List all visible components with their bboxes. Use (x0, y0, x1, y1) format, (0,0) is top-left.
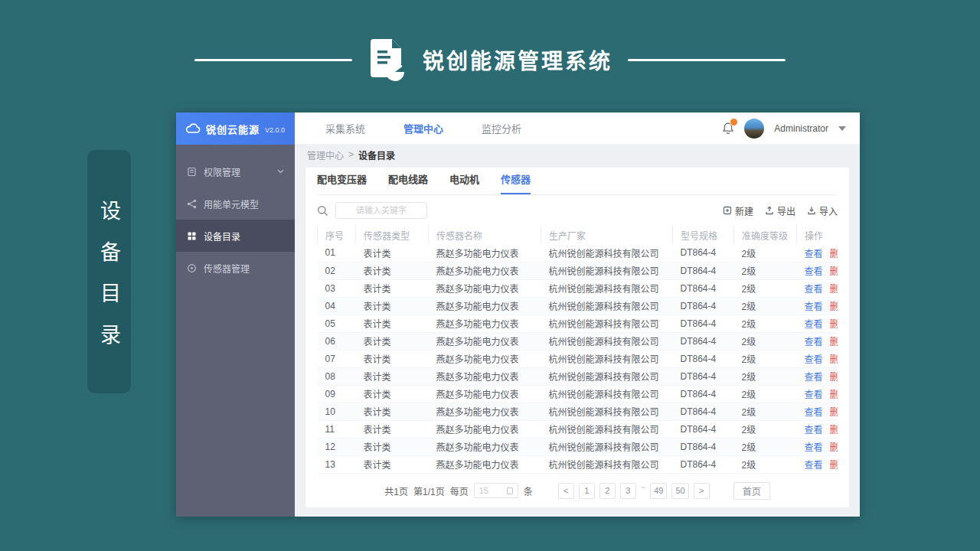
import-icon (807, 206, 816, 215)
tab-motor[interactable]: 电动机 (449, 171, 479, 194)
cell-actions: 查看删除 (797, 367, 838, 385)
view-link[interactable]: 查看 (805, 442, 823, 453)
sensor-target-icon (187, 263, 197, 273)
cell-model: DT864-4 (673, 332, 734, 350)
delete-link[interactable]: 删除 (830, 302, 838, 312)
app-header: 锐创能源管理系统 (0, 37, 980, 83)
sidebar-item-sensor-management[interactable]: 传感器管理 (176, 252, 295, 284)
cell-manufacturer: 杭州锐创能源科技有限公司 (541, 403, 673, 420)
export-button-label: 导出 (777, 204, 795, 217)
sidebar-item-permission-management[interactable]: 权限管理 (176, 155, 295, 187)
view-link[interactable]: 查看 (805, 266, 823, 277)
col-header-accuracy: 准确度等级 (734, 226, 797, 244)
view-link[interactable]: 查看 (805, 407, 823, 418)
cell-manufacturer: 杭州锐创能源科技有限公司 (541, 279, 673, 297)
cell-manufacturer: 杭州锐创能源科技有限公司 (541, 367, 673, 385)
delete-link[interactable]: 删除 (830, 249, 838, 259)
delete-link[interactable]: 删除 (830, 460, 838, 471)
delete-link[interactable]: 删除 (830, 319, 838, 330)
topnav-item-monitoring-analysis[interactable]: 监控分析 (482, 121, 521, 135)
breadcrumb-parent[interactable]: 管理中心 (307, 148, 344, 161)
tab-sensor[interactable]: 传感器 (501, 171, 531, 194)
home-page-button[interactable]: 首页 (733, 482, 770, 500)
delete-link[interactable]: 删除 (830, 266, 838, 277)
prev-page-button[interactable]: < (558, 483, 574, 499)
side-banner-text: 设备目录 (94, 179, 124, 365)
delete-link[interactable]: 删除 (830, 354, 838, 365)
delete-link[interactable]: 删除 (830, 442, 838, 453)
cell-actions: 查看删除 (797, 297, 838, 315)
cell-actions: 查看删除 (797, 420, 838, 438)
new-button[interactable]: 新建 (723, 204, 753, 217)
view-link[interactable]: 查看 (805, 354, 823, 365)
delete-link[interactable]: 删除 (830, 425, 838, 435)
topnav-item-collection-system[interactable]: 采集系统 (325, 121, 365, 135)
col-header-sensor-type: 传感器类型 (356, 226, 429, 244)
cell-sensor-name: 燕赵多功能电力仪表 (429, 385, 541, 403)
cell-sensor-name: 燕赵多功能电力仪表 (429, 297, 541, 315)
cell-accuracy: 2级 (734, 297, 797, 315)
sidebar-logo: 锐创云能源 V2.0.0 (176, 112, 295, 145)
page-button-49[interactable]: 49 (650, 483, 667, 499)
cell-sensor-name: 燕赵多功能电力仪表 (429, 403, 541, 420)
cell-sensor-type: 表计类 (356, 332, 429, 350)
view-link[interactable]: 查看 (805, 337, 823, 347)
cell-manufacturer: 杭州锐创能源科技有限公司 (541, 244, 673, 262)
delete-link[interactable]: 删除 (830, 284, 838, 295)
pagination-total: 共1页 (384, 484, 408, 497)
delete-link[interactable]: 删除 (830, 407, 838, 418)
view-link[interactable]: 查看 (805, 249, 823, 259)
notification-bell-icon[interactable] (722, 122, 734, 135)
delete-link[interactable]: 删除 (830, 390, 838, 400)
cell-accuracy: 2级 (734, 315, 797, 332)
cell-sensor-type: 表计类 (356, 438, 429, 455)
view-link[interactable]: 查看 (805, 302, 823, 312)
page-button-1[interactable]: 1 (579, 483, 595, 499)
topbar: 采集系统 管理中心 监控分析 Administrator (295, 112, 860, 145)
per-page-select[interactable]: 15 (474, 483, 518, 498)
page-button-2[interactable]: 2 (599, 483, 616, 499)
col-header-model: 型号规格 (673, 226, 734, 244)
next-page-button[interactable]: > (694, 483, 710, 499)
search-icon (317, 205, 328, 217)
cell-actions: 查看删除 (797, 350, 838, 367)
view-link[interactable]: 查看 (805, 319, 823, 330)
import-button[interactable]: 导入 (807, 204, 838, 217)
table-row: 13表计类燕赵多功能电力仪表杭州锐创能源科技有限公司DT864-42级查看删除 (318, 455, 838, 473)
delete-link[interactable]: 删除 (830, 337, 838, 347)
cell-sensor-type: 表计类 (356, 244, 429, 262)
cell-accuracy: 2级 (734, 350, 797, 367)
sensor-table-body: 01表计类燕赵多功能电力仪表杭州锐创能源科技有限公司DT864-42级查看删除0… (318, 244, 838, 473)
export-button[interactable]: 导出 (765, 204, 795, 217)
page-button-3[interactable]: 3 (620, 483, 636, 499)
page-button-50[interactable]: 50 (671, 483, 688, 499)
cell-model: DT864-4 (673, 438, 734, 455)
tab-distribution-transformer[interactable]: 配电变压器 (317, 171, 367, 194)
sidebar-menu: 权限管理 用能单元模型 (176, 145, 295, 284)
cell-no: 10 (318, 403, 356, 420)
cell-accuracy: 2级 (734, 244, 797, 262)
cell-model: DT864-4 (673, 262, 734, 279)
cell-no: 07 (318, 350, 356, 367)
cell-accuracy: 2级 (734, 438, 797, 455)
cell-sensor-name: 燕赵多功能电力仪表 (429, 350, 541, 367)
view-link[interactable]: 查看 (805, 284, 823, 295)
user-menu-caret-icon[interactable] (838, 126, 846, 131)
view-link[interactable]: 查看 (805, 460, 823, 471)
view-link[interactable]: 查看 (805, 372, 823, 383)
topnav-item-management-center[interactable]: 管理中心 (403, 121, 443, 135)
sidebar-item-energy-unit-model[interactable]: 用能单元模型 (176, 187, 295, 220)
search-input[interactable] (335, 202, 427, 219)
top-navigation: 采集系统 管理中心 监控分析 (325, 121, 521, 135)
sidebar-item-device-catalog[interactable]: 设备目录 (176, 220, 295, 252)
cell-accuracy: 2级 (734, 403, 797, 420)
cell-no: 12 (318, 438, 356, 455)
table-row: 09表计类燕赵多功能电力仪表杭州锐创能源科技有限公司DT864-42级查看删除 (318, 385, 838, 403)
view-link[interactable]: 查看 (805, 390, 823, 400)
view-link[interactable]: 查看 (805, 425, 823, 435)
cell-manufacturer: 杭州锐创能源科技有限公司 (541, 385, 673, 403)
avatar[interactable] (744, 119, 764, 139)
cell-manufacturer: 杭州锐创能源科技有限公司 (541, 332, 673, 350)
tab-distribution-line[interactable]: 配电线路 (388, 171, 428, 194)
delete-link[interactable]: 删除 (830, 372, 838, 383)
